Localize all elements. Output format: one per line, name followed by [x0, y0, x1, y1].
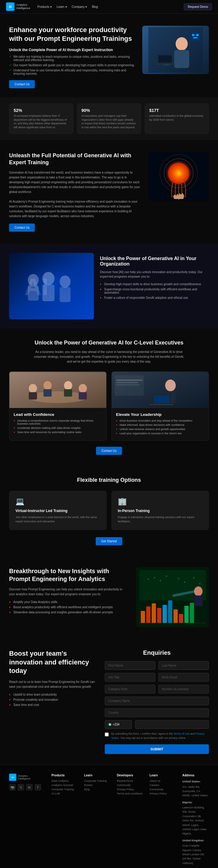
- linkedin-icon[interactable]: in: [26, 784, 33, 790]
- instagram-icon[interactable]: 📷: [9, 784, 16, 790]
- unlock-content: Unlock the Power of Generative AI in You…: [100, 253, 209, 319]
- card-leadership-item-3: Unlock new revenue streams and growth op…: [116, 428, 205, 431]
- card-leadership: Elevate Your Leadership Drive business i…: [111, 371, 209, 441]
- footer-company-col: Learn About us Careers Community Privacy…: [149, 774, 176, 865]
- consent-checkbox[interactable]: [105, 733, 109, 737]
- footer: AI Analytics Intelligence 📷 𝕏 in f Produ…: [0, 765, 218, 868]
- gen-ai-contact-button[interactable]: Contact Us: [9, 223, 35, 232]
- hero-subtitle: Unlock the Complete Power of AI through …: [9, 48, 136, 52]
- terms-link[interactable]: Terms of Use: [173, 732, 190, 735]
- stat-number-3: $17T: [149, 108, 205, 113]
- source-group: Country: [105, 708, 209, 717]
- footer-link-privacy-policy[interactable]: Privacy Policy: [117, 788, 143, 791]
- analytics-item-3: Streamline data processing and insights …: [9, 611, 129, 614]
- footer-link-privacy2[interactable]: Privacy Policy: [149, 792, 176, 795]
- hero-title: Enhance your workforce productivity with…: [9, 26, 136, 43]
- job-title-group: [105, 673, 155, 682]
- gen-ai-body: Generative AI has transformed the world,…: [9, 170, 141, 219]
- footer-link-data-analytics[interactable]: Data Analytics: [52, 779, 78, 782]
- company-group: [105, 696, 209, 705]
- last-name-input[interactable]: [158, 661, 209, 670]
- footer-link-community[interactable]: Community: [117, 784, 143, 787]
- svg-rect-5: [158, 55, 172, 63]
- chevron-down-icon: ▾: [50, 5, 52, 8]
- svg-rect-41: [116, 379, 143, 381]
- analytics-list: Amplify your Data Analytics skills Boost…: [9, 600, 129, 614]
- svg-point-51: [184, 582, 185, 583]
- footer-link-ai-lab[interactable]: AI LAB: [52, 792, 78, 795]
- training-section: Flexible training Options 💻 Virtual-Inst…: [0, 466, 218, 556]
- learners-group: Number of Learners: [158, 685, 209, 693]
- facebook-icon[interactable]: f: [34, 784, 41, 790]
- footer-link-terms[interactable]: Terms and conditions: [117, 792, 143, 795]
- virtual-training-title: Virtual-Instructor Led Training: [16, 509, 100, 513]
- svg-point-30: [64, 381, 72, 390]
- chevron-down-icon: ▾: [65, 5, 67, 8]
- footer-link-analytics-summer[interactable]: Analytics Summer: [52, 784, 78, 787]
- category-select[interactable]: Category Role: [105, 685, 155, 693]
- company-row: [105, 696, 209, 705]
- card-confidence-item-2: Accelerate decision-making with data-dri…: [13, 427, 102, 430]
- clevel-contact-button[interactable]: Contact Us: [96, 447, 122, 455]
- svg-rect-33: [79, 392, 87, 399]
- work-email-input[interactable]: [158, 673, 209, 682]
- request-demo-button[interactable]: Request Demo: [184, 3, 212, 10]
- hero-section: Enhance your workforce productivity with…: [0, 13, 218, 97]
- stat-number-2: 90%: [81, 108, 137, 113]
- nav-blog[interactable]: Blog: [92, 5, 98, 8]
- chevron-down-icon: ▾: [85, 5, 87, 8]
- footer-link-events[interactable]: Events: [84, 784, 111, 787]
- nav-learn[interactable]: Learn ▾: [57, 5, 67, 8]
- footer-address-title: Address: [182, 774, 209, 777]
- footer-learn-col: Learn Corporate Training Events Blog: [84, 774, 111, 865]
- enquiries-left-desc: Reach out to us to learn how Prompt Engi…: [9, 680, 96, 689]
- footer-link-computer-training[interactable]: Computer Training: [52, 788, 78, 791]
- footer-link-about[interactable]: About us: [149, 779, 176, 782]
- twitter-icon[interactable]: 𝕏: [18, 784, 24, 790]
- svg-rect-62: [184, 606, 189, 623]
- in-person-training-card: 🏢 In-Person Training Engage in interacti…: [111, 491, 209, 530]
- stat-card-1: 52% of surveyed employees believe their …: [9, 103, 73, 134]
- nav-products[interactable]: Products ▾: [37, 5, 52, 8]
- learners-select[interactable]: Number of Learners: [158, 685, 209, 693]
- source-select[interactable]: Country: [105, 708, 209, 717]
- category-group: Category Role: [105, 685, 155, 693]
- unlock-desc: Discover how [AI] can help you unlock in…: [100, 270, 209, 279]
- nav-company[interactable]: Company ▾: [72, 5, 87, 8]
- card-leadership-title: Elevate Your Leadership: [116, 412, 205, 417]
- training-get-started-button[interactable]: Get Started: [96, 537, 122, 545]
- first-name-input[interactable]: [105, 661, 155, 670]
- nav-logo[interactable]: AI Analytics Intelligence: [6, 2, 30, 11]
- company-input[interactable]: [105, 696, 209, 705]
- stat-card-3: $17T estimated contribution to the globa…: [145, 103, 209, 134]
- hero-content: Enhance your workforce productivity with…: [9, 26, 136, 88]
- footer-link-community2[interactable]: Community: [149, 788, 176, 791]
- submit-button[interactable]: SUBMIT: [105, 744, 209, 754]
- phone-code-input[interactable]: [105, 720, 132, 729]
- svg-rect-42: [116, 382, 138, 383]
- footer-link-careers[interactable]: Careers: [149, 784, 176, 787]
- privacy-link[interactable]: Privacy Notice: [111, 732, 205, 740]
- footer-link-research[interactable]: Research(AI): [117, 779, 143, 782]
- card-leadership-item-4: Lead your organization to success in the…: [116, 432, 205, 435]
- phone-row: [105, 720, 209, 729]
- svg-rect-66: [194, 595, 202, 606]
- virtual-training-desc: Join other employees or c-suite learners…: [16, 515, 100, 524]
- enquiries-left: Boost your team's innovation and efficie…: [9, 649, 96, 754]
- footer-link-blog[interactable]: Blog: [84, 788, 111, 791]
- footer-developers-links: Research(AI) Community Privacy Policy Te…: [117, 779, 143, 795]
- unlock-item-3: Foster a culture of responsible GenAI ad…: [100, 296, 209, 300]
- phone-input[interactable]: [135, 720, 209, 729]
- job-title-input[interactable]: [105, 673, 155, 682]
- navbar: AI Analytics Intelligence Products ▾ Lea…: [0, 0, 218, 13]
- nigeria-label: Nigeria:: [182, 800, 209, 805]
- unlock-section: AI Unlock the Power of Generati: [0, 244, 218, 329]
- svg-rect-10: [193, 37, 197, 38]
- svg-point-53: [199, 583, 200, 584]
- name-row: [105, 661, 209, 670]
- footer-link-corporate-training[interactable]: Corporate Training: [84, 779, 111, 782]
- nigeria-address: Lateecon Building, 50b, Wuse-Corporation…: [182, 805, 209, 836]
- hero-contact-button[interactable]: Contact Us: [9, 80, 35, 88]
- last-name-group: [158, 661, 209, 670]
- unlock-title: Unlock the Power of Generative AI in You…: [100, 256, 209, 267]
